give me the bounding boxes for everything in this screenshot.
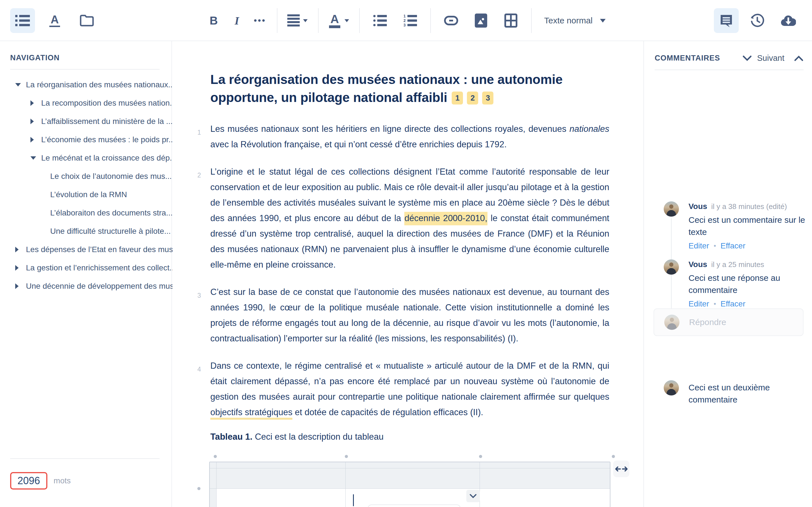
nav-item[interactable]: L’élaboraiton des documents stra... — [0, 204, 172, 222]
comments-toggle-button[interactable] — [714, 8, 739, 33]
table-handle-dot[interactable] — [345, 455, 348, 458]
outline-list-icon — [15, 14, 30, 27]
table-handle-dot[interactable] — [612, 455, 615, 458]
table-toolbar-partial[interactable] — [368, 504, 461, 507]
expand-arrow-icon[interactable] — [15, 283, 22, 289]
nav-item[interactable]: Le choix de l’autonomie des mus... — [0, 167, 172, 185]
table-column-strip[interactable] — [216, 462, 346, 468]
table-cell[interactable] — [346, 468, 480, 489]
delete-comment-link[interactable]: Effacer — [721, 299, 746, 308]
numbered-list-button[interactable]: 1 2 3 — [398, 8, 422, 33]
history-button[interactable] — [745, 8, 770, 33]
table-cell[interactable] — [480, 468, 610, 489]
comment-timestamp: il y a 25 minutes — [711, 260, 764, 269]
paragraph-style-value: Texte normal — [544, 16, 593, 25]
table-handle-dot[interactable] — [479, 455, 482, 458]
nav-item[interactable]: Le mécénat et la croissance des dép... — [0, 149, 172, 167]
edit-comment-link[interactable]: Editer — [689, 241, 709, 250]
document-table — [210, 462, 610, 507]
nav-item[interactable]: La gestion et l’enrichissement des colle… — [0, 259, 172, 277]
table-row-gutter[interactable] — [210, 489, 216, 507]
comment-thread: Vousil y a 38 minutes (edité)Ceci est un… — [664, 202, 805, 308]
paragraph[interactable]: 4Dans ce contexte, le régime centralisé … — [210, 358, 609, 420]
comment-highlight[interactable]: objectifs stratégiques — [210, 407, 292, 420]
comment-timestamp: il y a 38 minutes (edité) — [711, 202, 787, 211]
table-row-gutter[interactable] — [210, 468, 216, 489]
comment[interactable]: Vousil y a 38 minutes (edité)Ceci est un… — [664, 202, 805, 250]
edit-comment-link[interactable]: Editer — [689, 299, 709, 308]
table-handle-dot[interactable] — [197, 487, 200, 490]
comment-header: Vousil y a 25 minutes — [689, 260, 805, 269]
table-cell[interactable] — [480, 489, 610, 507]
folder-button[interactable] — [74, 8, 99, 33]
nav-item[interactable]: L’évolution de la RMN — [0, 185, 172, 204]
reply-input[interactable] — [689, 318, 803, 327]
expand-arrow-icon[interactable] — [31, 100, 37, 106]
collapse-arrow-icon[interactable] — [15, 83, 22, 87]
document-title[interactable]: La réorganisation des musées nationaux :… — [210, 70, 609, 107]
nav-item[interactable]: La recomposition des musées nation... — [0, 94, 172, 112]
next-comment-button[interactable]: Suivant — [757, 54, 784, 63]
align-button[interactable] — [285, 8, 310, 33]
bold-button[interactable]: B — [205, 8, 223, 33]
nav-item-label: La gestion et l’enrichissement des colle… — [26, 263, 176, 272]
comments-icon — [719, 14, 733, 27]
table-row-gutter[interactable] — [210, 462, 216, 468]
expand-arrow-icon[interactable] — [31, 119, 37, 124]
expand-arrow-icon[interactable] — [15, 247, 22, 252]
editor-surface[interactable]: La réorganisation des musées nationaux :… — [172, 41, 644, 507]
bold-icon: B — [210, 14, 218, 27]
cell-dropdown-button[interactable] — [466, 490, 480, 502]
italic-button[interactable]: I — [228, 8, 246, 33]
collapse-arrow-icon[interactable] — [31, 156, 37, 160]
nav-item[interactable]: L’économie des musées : le poids pr... — [0, 130, 172, 149]
comment-badge[interactable]: 2 — [467, 92, 478, 105]
table-handle-dot[interactable] — [214, 455, 217, 458]
comment-highlight-selected[interactable]: décennie 2000-2010, — [404, 212, 488, 225]
table-caption[interactable]: Tableau 1. Ceci est la description du ta… — [210, 432, 609, 442]
expand-arrow-icon[interactable] — [31, 137, 37, 143]
chevron-up-icon[interactable] — [794, 55, 804, 61]
nav-item[interactable]: Une difficulté structurelle à pilote... — [0, 222, 172, 240]
text-color-icon: A — [328, 13, 350, 28]
table-caption-text: Ceci est la description du tableau — [252, 432, 384, 442]
comment-badge[interactable]: 3 — [482, 92, 493, 105]
comment-header: Vousil y a 38 minutes (edité) — [689, 202, 805, 211]
bullet-list-button[interactable] — [368, 8, 393, 33]
paragraph[interactable]: 2L’origine et le statut légal de ces col… — [210, 164, 609, 272]
download-button[interactable] — [776, 8, 801, 33]
table-column-strip[interactable] — [346, 462, 480, 468]
table-cell[interactable] — [216, 468, 346, 489]
more-formats-button[interactable]: ••• — [251, 8, 269, 33]
table-button[interactable] — [499, 8, 523, 33]
nav-item[interactable]: L’affaiblissement du ministère de la ... — [0, 112, 172, 130]
text-color-button[interactable]: A — [326, 8, 351, 33]
nav-item-label: Les dépenses de l’Etat en faveur des mus… — [26, 245, 180, 254]
paragraph[interactable]: 1Les musées nationaux sont les héritiers… — [210, 121, 609, 152]
comment-text: Ceci est une réponse au commentaire — [689, 272, 805, 296]
paragraph[interactable]: 3C’est sur la base de ce constat que l’a… — [210, 284, 609, 346]
image-button[interactable] — [469, 8, 493, 33]
table-column-strip[interactable] — [480, 462, 610, 468]
nav-item-label: Une décennie de développement des mus... — [26, 282, 181, 291]
outline-toggle-button[interactable] — [10, 8, 35, 33]
link-button[interactable] — [439, 8, 463, 33]
comment[interactable]: Ceci est un deuxième commentaire — [664, 380, 805, 406]
text-style-button[interactable]: A — [42, 8, 67, 33]
delete-comment-link[interactable]: Effacer — [721, 241, 746, 250]
paragraph-style-select[interactable]: Texte normal — [540, 16, 610, 25]
nav-item[interactable]: La réorganisation des musées nationaux..… — [0, 75, 172, 94]
nav-item[interactable]: Les dépenses de l’Etat en faveur des mus… — [0, 240, 172, 259]
toolbar-format-group: B I ••• A — [205, 0, 610, 41]
word-count-value[interactable]: 2096 — [10, 472, 47, 490]
comment[interactable]: Vousil y a 25 minutesCeci est une répons… — [664, 260, 805, 308]
nav-item[interactable]: Une décennie de développement des mus... — [0, 277, 172, 295]
table-expand-button[interactable] — [613, 460, 629, 477]
svg-text:3: 3 — [403, 23, 406, 27]
expand-arrow-icon[interactable] — [15, 265, 22, 271]
chevron-down-icon[interactable] — [742, 55, 752, 61]
table-cell[interactable] — [216, 489, 346, 507]
divider — [10, 458, 160, 459]
comment-badge[interactable]: 1 — [452, 92, 463, 105]
reply-box[interactable] — [654, 308, 804, 336]
